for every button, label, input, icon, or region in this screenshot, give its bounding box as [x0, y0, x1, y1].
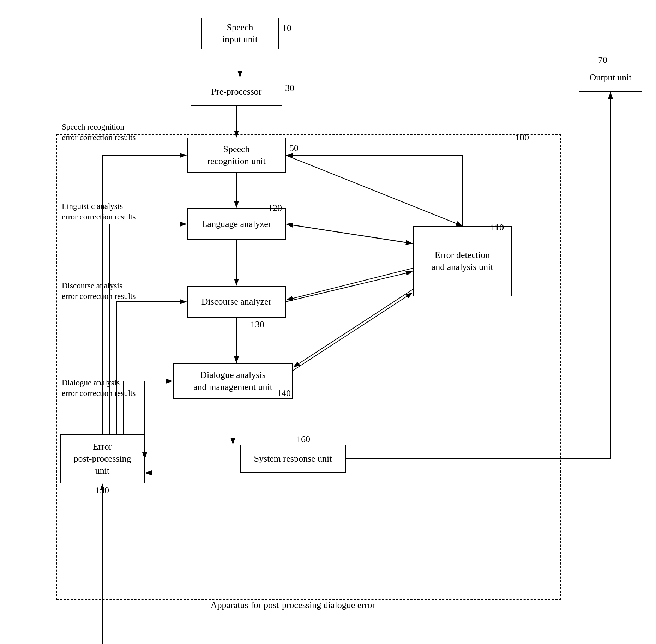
discourse-analyzer-box: Discourse analyzer — [187, 286, 286, 318]
speech-input-label: Speechinput unit — [222, 22, 258, 46]
apparatus-label: Apparatus for post-processing dialogue e… — [99, 600, 487, 610]
output-unit-box: Output unit — [579, 64, 642, 92]
ref-160: 160 — [296, 434, 310, 445]
speech-input-box: Speechinput unit — [201, 18, 279, 49]
preprocessor-box: Pre-processor — [191, 78, 282, 106]
dialogue-error-label: Dialogue analysiserror correction result… — [62, 378, 136, 399]
language-analyzer-label: Language analyzer — [201, 218, 271, 230]
discourse-analyzer-label: Discourse analyzer — [201, 296, 272, 308]
ref-110: 110 — [491, 222, 504, 233]
dialogue-analysis-box: Dialogue analysisand management unit — [173, 363, 293, 399]
error-postprocessing-label: Errorpost-processingunit — [73, 441, 131, 476]
dialogue-analysis-label: Dialogue analysisand management unit — [193, 369, 272, 393]
ref-140: 140 — [277, 388, 291, 399]
ref-130: 130 — [251, 319, 264, 330]
error-detection-label: Error detectionand analysis unit — [432, 249, 493, 273]
discourse-error-label: Discourse analysiserror correction resul… — [62, 281, 136, 302]
output-unit-label: Output unit — [589, 72, 631, 84]
ref-50: 50 — [289, 143, 299, 154]
diagram-container: Apparatus for post-processing dialogue e… — [0, 0, 656, 644]
ref-150: 150 — [95, 485, 109, 496]
speech-recog-error-label: Speech recognitionerror correction resul… — [62, 122, 136, 143]
preprocessor-label: Pre-processor — [211, 86, 262, 98]
error-detection-box: Error detectionand analysis unit — [413, 226, 512, 296]
system-response-label: System response unit — [254, 453, 332, 465]
ref-120: 120 — [268, 203, 282, 213]
error-postprocessing-box: Errorpost-processingunit — [60, 434, 145, 483]
ref-30: 30 — [285, 83, 294, 94]
ref-70: 70 — [598, 55, 607, 65]
speech-recognition-label: Speechrecognition unit — [207, 143, 265, 167]
system-response-box: System response unit — [240, 445, 346, 473]
speech-recognition-box: Speechrecognition unit — [187, 138, 286, 173]
ref-100: 100 — [515, 132, 529, 143]
linguistic-error-label: Linguistic analysiserror correction resu… — [62, 201, 136, 222]
ref-10: 10 — [282, 23, 291, 34]
